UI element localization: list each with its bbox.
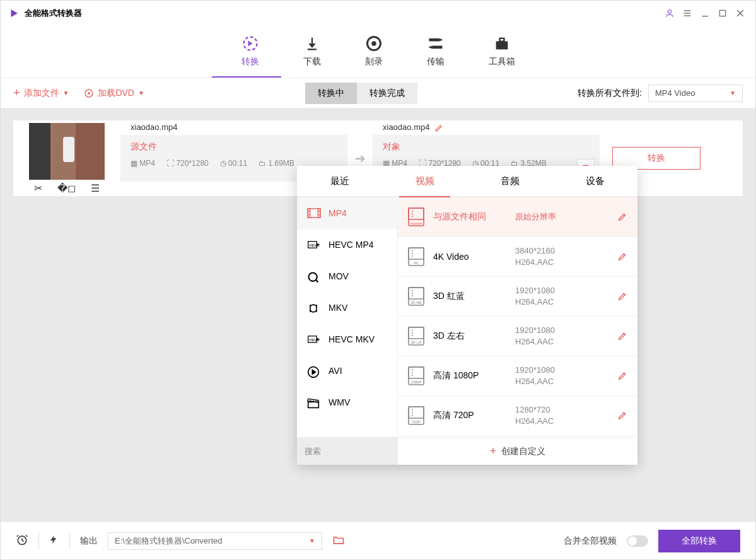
nav-toolbox[interactable]: 工具箱 bbox=[489, 35, 515, 67]
format-item-mov[interactable]: MOV bbox=[297, 260, 397, 292]
edit-resolution-icon[interactable] bbox=[617, 212, 627, 222]
output-path-value: E:\全能格式转换器\Converted bbox=[115, 535, 223, 547]
close-button[interactable] bbox=[733, 6, 748, 21]
format-item-mkv[interactable]: MKV bbox=[297, 292, 397, 324]
resolution-name: 高清 720P bbox=[433, 410, 515, 421]
open-folder-icon[interactable] bbox=[332, 534, 345, 549]
edit-resolution-icon[interactable] bbox=[617, 371, 627, 381]
svg-rect-59 bbox=[409, 367, 424, 378]
edit-resolution-icon[interactable] bbox=[617, 411, 627, 421]
format-item-mp4[interactable]: MP4 bbox=[297, 197, 397, 229]
svg-rect-9 bbox=[308, 49, 317, 50]
app-title: 全能格式转换器 bbox=[25, 8, 82, 19]
add-file-button[interactable]: + 添加文件 ▼ bbox=[13, 86, 69, 100]
popup-tab-recent[interactable]: 最近 bbox=[297, 166, 382, 196]
main-nav: 转换 下载 刻录 传输 工具箱 bbox=[1, 26, 755, 76]
popup-tab-device[interactable]: 设备 bbox=[552, 166, 637, 196]
tab-converting[interactable]: 转换中 bbox=[305, 83, 357, 104]
popup-tab-video[interactable]: 视频 bbox=[382, 166, 467, 196]
format-item-hevc-mkv[interactable]: HEVCHEVC MKV bbox=[297, 324, 397, 355]
nav-convert-label: 转换 bbox=[241, 56, 259, 67]
user-icon[interactable] bbox=[662, 6, 677, 21]
alarm-icon[interactable] bbox=[16, 534, 28, 549]
arrow-icon: ➔ bbox=[347, 151, 373, 166]
format-label: MOV bbox=[329, 271, 349, 281]
nav-download[interactable]: 下载 bbox=[303, 35, 321, 67]
create-custom-label: 创建自定义 bbox=[501, 446, 545, 457]
svg-point-62 bbox=[412, 372, 413, 373]
src-format: MP4 bbox=[139, 159, 155, 168]
resolution-icon: 3D LR bbox=[408, 327, 424, 346]
resolution-name: 4K Video bbox=[433, 252, 515, 262]
svg-point-11 bbox=[372, 42, 375, 45]
toolbox-icon bbox=[493, 35, 511, 52]
resolution-name: 高清 1080P bbox=[433, 370, 515, 382]
nav-download-label: 下载 bbox=[303, 56, 321, 67]
format-icon bbox=[307, 303, 321, 313]
svg-rect-30 bbox=[308, 402, 319, 407]
settings-icon[interactable]: ☰ bbox=[91, 182, 100, 194]
maximize-button[interactable] bbox=[715, 6, 730, 21]
search-input[interactable]: 搜索 bbox=[297, 438, 398, 465]
minimize-button[interactable] bbox=[697, 6, 712, 21]
tgt-filename: xiaodao.mp4 bbox=[383, 122, 443, 132]
svg-rect-13 bbox=[432, 46, 442, 49]
svg-point-0 bbox=[668, 10, 671, 13]
target-format-value: MP4 Video bbox=[655, 88, 695, 98]
svg-point-67 bbox=[412, 409, 413, 411]
format-item-hevc-mp4[interactable]: HEVCHEVC MP4 bbox=[297, 229, 397, 260]
svg-point-38 bbox=[412, 213, 413, 214]
svg-rect-65 bbox=[409, 407, 424, 418]
merge-label: 合并全部视频 bbox=[564, 535, 617, 547]
toolbar: + 添加文件 ▼ 加载DVD ▼ 转换中 转换完成 转换所有文件到: MP4 V… bbox=[1, 78, 755, 108]
format-item-avi[interactable]: AVI bbox=[297, 355, 397, 387]
menu-icon[interactable] bbox=[680, 6, 695, 21]
convert-icon bbox=[241, 35, 259, 52]
nav-transfer[interactable]: 传输 bbox=[427, 35, 445, 67]
resolution-item[interactable]: source与源文件相同原始分辨率 bbox=[398, 197, 637, 237]
content-area: ✂ �◻ ☰ xiaodao.mp4 源文件 ▦ MP4 ⛶ 720*1280 … bbox=[1, 108, 755, 522]
format-item-wmv[interactable]: WMV bbox=[297, 387, 397, 418]
svg-point-56 bbox=[412, 332, 413, 334]
format-label: AVI bbox=[329, 366, 342, 376]
target-format-select[interactable]: MP4 Video ▼ bbox=[648, 85, 743, 102]
create-custom-button[interactable]: + 创建自定义 bbox=[398, 438, 637, 465]
target-label: 对象 bbox=[383, 141, 590, 153]
svg-point-55 bbox=[412, 330, 413, 331]
merge-toggle[interactable] bbox=[627, 535, 648, 547]
resolution-item[interactable]: 720P高清 720P1280*720H264,AAC bbox=[398, 396, 637, 436]
format-icon: HEVC bbox=[307, 240, 321, 250]
svg-point-49 bbox=[412, 290, 413, 291]
resolution-list: source与源文件相同原始分辨率4K4K Video3840*2160H264… bbox=[398, 197, 637, 437]
trim-icon[interactable]: ✂ bbox=[34, 182, 42, 194]
source-label: 源文件 bbox=[131, 141, 337, 153]
svg-rect-5 bbox=[719, 10, 725, 16]
resolution-icon: 720P bbox=[408, 406, 424, 425]
resolution-item[interactable]: 1080P高清 1080P1920*1080H264,AAC bbox=[398, 356, 637, 396]
resolution-item[interactable]: 3D LR3D 左右1920*1080H264,AAC bbox=[398, 317, 637, 356]
edit-resolution-icon[interactable] bbox=[617, 291, 627, 301]
video-thumbnail[interactable] bbox=[29, 123, 105, 180]
svg-text:3D RB: 3D RB bbox=[410, 301, 422, 305]
edit-resolution-icon[interactable] bbox=[617, 331, 627, 341]
output-path-select[interactable]: E:\全能格式转换器\Converted ▼ bbox=[108, 532, 322, 550]
tab-done[interactable]: 转换完成 bbox=[357, 83, 417, 104]
popup-tab-audio[interactable]: 音频 bbox=[467, 166, 552, 196]
load-dvd-button[interactable]: 加载DVD ▼ bbox=[84, 88, 144, 99]
svg-line-27 bbox=[315, 279, 318, 282]
convert-all-button[interactable]: 全部转换 bbox=[658, 530, 740, 552]
nav-convert[interactable]: 转换 bbox=[241, 35, 259, 67]
src-resolution: 720*1280 bbox=[176, 159, 208, 168]
crop-icon[interactable]: �◻ bbox=[57, 182, 76, 194]
edit-filename-icon[interactable] bbox=[434, 124, 443, 132]
transfer-icon bbox=[427, 35, 445, 52]
add-file-label: 添加文件 bbox=[24, 88, 59, 99]
gpu-icon[interactable] bbox=[49, 534, 59, 549]
edit-resolution-icon[interactable] bbox=[617, 252, 627, 262]
nav-burn[interactable]: 刻录 bbox=[365, 35, 383, 67]
svg-rect-47 bbox=[409, 288, 424, 299]
download-icon bbox=[303, 35, 321, 52]
resolution-item[interactable]: 3D RB3D 红蓝1920*1080H264,AAC bbox=[398, 277, 637, 317]
resolution-item[interactable]: 4K4K Video3840*2160H264,AAC bbox=[398, 237, 637, 277]
format-label: WMV bbox=[329, 397, 350, 407]
